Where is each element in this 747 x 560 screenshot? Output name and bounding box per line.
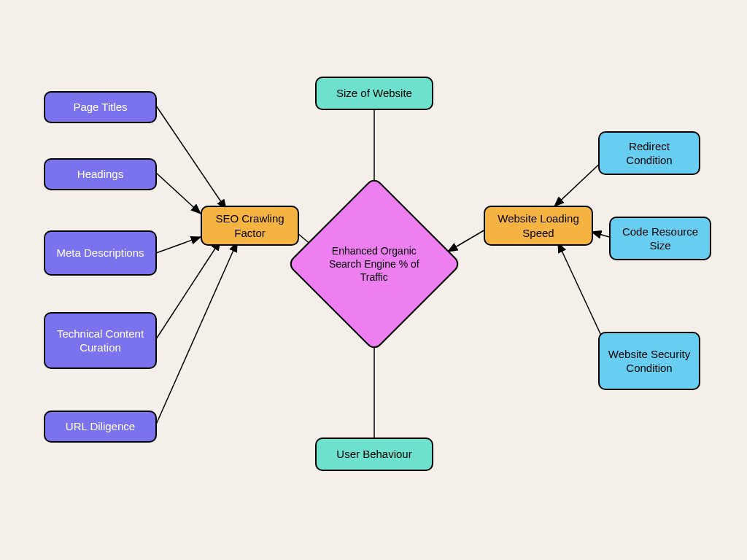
svg-line-11: [592, 232, 609, 237]
node-url-diligence: URL Diligence: [44, 411, 157, 443]
node-label: Website Security Condition: [607, 347, 692, 376]
node-seo-crawling: SEO Crawling Factor: [201, 206, 299, 246]
node-label: User Behaviour: [336, 447, 411, 462]
svg-line-3: [156, 237, 201, 253]
node-meta-descriptions: Meta Descriptions: [44, 230, 157, 276]
node-headings: Headings: [44, 158, 157, 190]
node-label: Headings: [77, 167, 123, 182]
node-code-resource: Code Resource Size: [609, 217, 711, 260]
node-label: Redirect Condition: [607, 139, 692, 168]
node-user-behaviour: User Behaviour: [315, 438, 433, 471]
node-page-titles: Page Titles: [44, 91, 157, 123]
diamond-label: Enhanced Organic Search Engine % of Traf…: [327, 244, 422, 284]
svg-line-1: [156, 106, 226, 209]
node-loading-speed: Website Loading Speed: [484, 206, 593, 246]
svg-line-4: [156, 241, 220, 339]
svg-line-5: [156, 242, 237, 424]
node-size-of-website: Size of Website: [315, 77, 433, 110]
node-label: Size of Website: [336, 86, 412, 101]
node-label: URL Diligence: [66, 419, 135, 434]
node-center-diamond: Enhanced Organic Search Engine % of Traf…: [287, 176, 462, 351]
node-label: SEO Crawling Factor: [209, 211, 290, 240]
node-technical-content: Technical Content Curation: [44, 312, 157, 369]
node-label: Page Titles: [73, 100, 127, 114]
svg-line-9: [448, 230, 485, 252]
node-security-condition: Website Security Condition: [598, 332, 700, 390]
node-label: Code Resource Size: [618, 225, 703, 253]
node-redirect-condition: Redirect Condition: [598, 131, 700, 175]
node-label: Technical Content Curation: [53, 327, 148, 355]
svg-line-2: [156, 173, 201, 214]
node-label: Meta Descriptions: [56, 246, 144, 260]
node-label: Website Loading Speed: [492, 211, 584, 240]
